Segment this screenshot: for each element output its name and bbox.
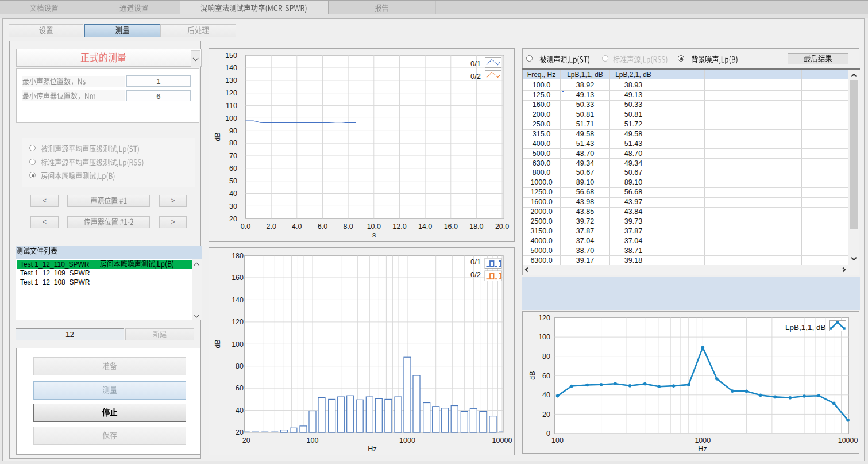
svg-text:80: 80 (236, 362, 244, 370)
svg-text:140: 140 (232, 296, 244, 304)
svg-text:0: 0 (546, 430, 550, 438)
svg-text:Hz: Hz (368, 445, 376, 453)
svg-text:120: 120 (538, 313, 550, 321)
svg-text:dB: dB (214, 132, 222, 141)
svg-text:120: 120 (232, 318, 244, 326)
svg-text:50: 50 (229, 177, 237, 185)
svg-text:0/2: 0/2 (470, 270, 481, 279)
svg-text:40: 40 (229, 190, 237, 198)
svg-text:20: 20 (229, 215, 237, 223)
svg-text:0.0: 0.0 (241, 223, 250, 231)
svg-text:18.0: 18.0 (469, 223, 483, 231)
svg-text:6.0: 6.0 (318, 223, 327, 231)
svg-text:100: 100 (307, 436, 319, 444)
svg-text:140: 140 (225, 64, 237, 72)
svg-text:12.0: 12.0 (392, 223, 406, 231)
svg-text:dB: dB (528, 371, 537, 379)
svg-text:150: 150 (225, 52, 237, 60)
svg-text:90: 90 (229, 127, 237, 135)
svg-text:40: 40 (542, 391, 550, 399)
svg-text:Hz: Hz (698, 445, 707, 453)
svg-text:dB: dB (214, 339, 222, 348)
svg-text:0/1: 0/1 (470, 258, 481, 266)
svg-text:60: 60 (236, 384, 244, 392)
svg-text:100: 100 (538, 333, 550, 341)
svg-text:60: 60 (229, 164, 237, 172)
svg-text:s: s (372, 231, 376, 239)
svg-text:LpB,1,1, dB: LpB,1,1, dB (785, 323, 825, 332)
svg-text:16.0: 16.0 (444, 223, 458, 231)
svg-text:10000: 10000 (492, 436, 512, 444)
svg-text:120: 120 (225, 89, 237, 97)
svg-text:10.0: 10.0 (367, 223, 381, 231)
svg-text:20: 20 (236, 428, 244, 436)
svg-text:4.0: 4.0 (292, 223, 302, 231)
svg-text:180: 180 (232, 251, 244, 259)
svg-text:1000: 1000 (399, 436, 415, 444)
svg-text:70: 70 (229, 152, 237, 160)
svg-text:100: 100 (225, 114, 237, 122)
svg-text:110: 110 (226, 102, 237, 110)
svg-text:130: 130 (225, 76, 237, 85)
svg-text:20: 20 (542, 410, 550, 418)
svg-text:100: 100 (551, 436, 564, 444)
svg-text:0/2: 0/2 (470, 72, 481, 80)
svg-text:100: 100 (232, 340, 244, 348)
svg-text:30: 30 (229, 202, 237, 210)
svg-text:80: 80 (229, 139, 237, 147)
svg-text:20: 20 (242, 436, 250, 444)
svg-text:20.0: 20.0 (495, 223, 509, 231)
svg-text:2.0: 2.0 (267, 223, 276, 231)
svg-text:40: 40 (236, 406, 244, 414)
svg-text:60: 60 (542, 371, 550, 379)
svg-text:10000: 10000 (838, 436, 858, 444)
svg-text:14.0: 14.0 (418, 223, 432, 231)
svg-text:80: 80 (542, 352, 550, 361)
svg-text:1000: 1000 (695, 436, 711, 444)
svg-text:160: 160 (232, 274, 244, 282)
svg-text:8.0: 8.0 (343, 223, 353, 231)
svg-text:0/1: 0/1 (470, 59, 481, 68)
